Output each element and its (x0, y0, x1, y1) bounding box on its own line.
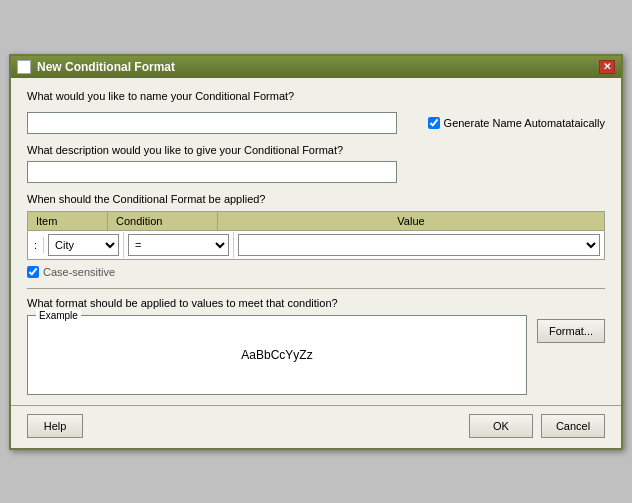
close-button[interactable]: ✕ (599, 60, 615, 74)
example-box-label: Example (36, 309, 81, 320)
condition-table-header: Item Condition Value (28, 212, 604, 231)
case-sensitive-checkbox[interactable] (27, 266, 39, 278)
condition-cell: = != < > <= >= (124, 232, 234, 258)
dialog-icon: ✦ (17, 60, 31, 74)
header-item: Item (28, 212, 108, 230)
auto-name-group: Generate Name Automatataically (428, 117, 605, 129)
dialog-body: What would you like to name your Conditi… (11, 78, 621, 405)
cancel-button[interactable]: Cancel (541, 414, 605, 438)
example-format-area: Example AaBbCcYyZz Format... (27, 315, 605, 395)
apply-section: When should the Conditional Format be ap… (27, 193, 605, 205)
title-bar-left: ✦ New Conditional Format (17, 60, 175, 74)
condition-select[interactable]: = != < > <= >= (128, 234, 229, 256)
format-section: What format should be applied to values … (27, 297, 605, 309)
example-text: AaBbCcYyZz (241, 348, 312, 362)
name-input[interactable] (27, 112, 397, 134)
format-button[interactable]: Format... (537, 319, 605, 343)
example-box: Example AaBbCcYyZz (27, 315, 527, 395)
dialog-window: ✦ New Conditional Format ✕ What would yo… (9, 54, 623, 450)
ok-button[interactable]: OK (469, 414, 533, 438)
name-question-label: What would you like to name your Conditi… (27, 90, 294, 102)
condition-row: : City Name Age = != < > <= >= (28, 231, 604, 259)
case-sensitive-label: Case-sensitive (43, 266, 115, 278)
header-value: Value (218, 212, 604, 230)
row-indicator: : (28, 237, 44, 253)
footer-left: Help (27, 414, 83, 438)
format-question-label: What format should be applied to values … (27, 297, 338, 309)
auto-name-label: Generate Name Automatataically (444, 117, 605, 129)
apply-question-label: When should the Conditional Format be ap… (27, 193, 605, 205)
value-cell (234, 232, 604, 258)
description-input[interactable] (27, 161, 397, 183)
item-select[interactable]: City Name Age (48, 234, 119, 256)
footer-right: OK Cancel (469, 414, 605, 438)
description-question-label: What description would you like to give … (27, 144, 605, 156)
item-cell: City Name Age (44, 232, 124, 258)
separator (27, 288, 605, 289)
name-section: What would you like to name your Conditi… (27, 90, 605, 144)
title-bar: ✦ New Conditional Format ✕ (11, 56, 621, 78)
value-select[interactable] (238, 234, 600, 256)
help-button[interactable]: Help (27, 414, 83, 438)
condition-table: Item Condition Value : City Name Age = !… (27, 211, 605, 260)
auto-name-checkbox[interactable] (428, 117, 440, 129)
dialog-title: New Conditional Format (37, 60, 175, 74)
dialog-footer: Help OK Cancel (11, 405, 621, 448)
header-condition: Condition (108, 212, 218, 230)
description-section: What description would you like to give … (27, 144, 605, 183)
name-row: What would you like to name your Conditi… (27, 90, 605, 107)
case-sensitive-row: Case-sensitive (27, 266, 605, 278)
